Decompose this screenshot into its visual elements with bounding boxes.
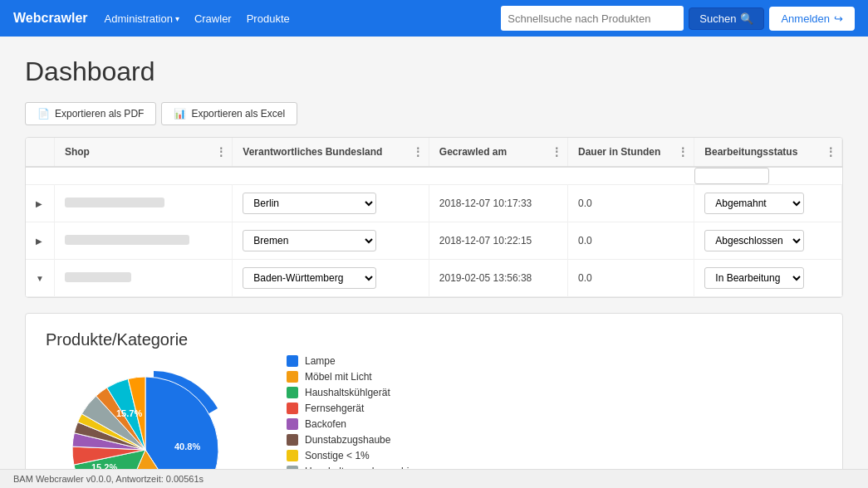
shop-cell-1	[54, 185, 232, 222]
bundesland-select-2[interactable]: Bremen Berlin Baden-Württemberg	[243, 230, 376, 251]
expand-arrow-2[interactable]: ▶	[36, 237, 42, 246]
excel-icon: 📊	[174, 108, 186, 120]
legend-item-fernseh: Fernsehgerät	[287, 403, 420, 414]
navbar: Webcrawler Administration ▾ Crawler Prod…	[0, 0, 868, 37]
pie-label-lampe: 40.8%	[174, 442, 200, 451]
col-gecrawled: Gecrawled am ⋮	[429, 138, 567, 167]
footer: BAM Webcrawler v0.0.0, Antwortzeit: 0.00…	[0, 469, 868, 488]
table-row: ▶ Bremen Berlin Baden-Württemberg	[26, 222, 842, 260]
col-expand	[26, 138, 54, 167]
table-row: ▶ Berlin Bremen Baden-Württemberg	[26, 185, 842, 222]
col-dauer: Dauer in Stunden ⋮	[567, 138, 694, 167]
status-cell-3: Abgemahnt Abgeschlossen In Bearbeitung O…	[694, 260, 842, 297]
search-icon: 🔍	[740, 12, 753, 25]
bundesland-select-1[interactable]: Berlin Bremen Baden-Württemberg	[243, 193, 376, 214]
col-menu-status[interactable]: ⋮	[825, 145, 836, 159]
page-content: Dashboard 📄 Exportieren als PDF 📊 Export…	[0, 37, 868, 488]
legend-color-sonstige	[287, 450, 298, 461]
legend-item-haushalt: Haushaltskühlgerät	[287, 387, 420, 398]
shop-cell-3	[54, 260, 232, 297]
login-icon: ↪	[834, 12, 843, 25]
legend-color-fernseh	[287, 403, 298, 414]
status-select-2[interactable]: Abgemahnt Abgeschlossen In Bearbeitung O…	[704, 230, 804, 251]
bundesland-cell-2: Bremen Berlin Baden-Württemberg	[233, 222, 429, 260]
status-select-1[interactable]: Abgemahnt Abgeschlossen In Bearbeitung O…	[704, 193, 804, 214]
search-input[interactable]	[501, 6, 684, 31]
search-bar: Suchen 🔍 Anmelden ↪	[501, 6, 855, 31]
expand-arrow-1[interactable]: ▶	[36, 199, 42, 208]
nav-link-crawler[interactable]: Crawler	[194, 12, 232, 25]
status-filter-input[interactable]	[694, 168, 769, 184]
legend-color-haushalt	[287, 387, 298, 398]
legend-item-lampe: Lampe	[287, 355, 420, 367]
shop-name-blur-2	[65, 235, 189, 245]
data-table: Shop ⋮ Verantwortliches Bundesland ⋮ Gec…	[25, 137, 843, 298]
legend-item-backofen: Backofen	[287, 418, 420, 430]
chevron-down-icon: ▾	[175, 14, 179, 23]
brand-logo: Webcrawler	[13, 11, 88, 26]
col-menu-bundesland[interactable]: ⋮	[412, 145, 424, 159]
shop-cell-2	[54, 222, 232, 260]
chart-title: Produkte/Kategorie	[46, 330, 262, 349]
legend-color-dunst	[287, 434, 298, 446]
search-button[interactable]: Suchen 🔍	[689, 7, 764, 30]
nav-link-produkte[interactable]: Produkte	[247, 12, 290, 25]
col-shop: Shop ⋮	[54, 138, 232, 167]
bundesland-cell-1: Berlin Bremen Baden-Württemberg	[233, 185, 429, 222]
expand-cell-1[interactable]: ▶	[26, 185, 54, 222]
dauer-cell-1: 0.0	[567, 185, 694, 222]
login-button[interactable]: Anmelden ↪	[769, 7, 855, 31]
dauer-cell-2: 0.0	[567, 222, 694, 260]
col-menu-shop[interactable]: ⋮	[215, 145, 227, 159]
chart-left: Produkte/Kategorie 40.8% 15.7% 15.2%	[46, 330, 262, 488]
gecrawled-cell-2: 2018-12-07 10:22:15	[429, 222, 567, 260]
legend-item-sonstige: Sonstige < 1%	[287, 450, 420, 461]
bundesland-select-3[interactable]: Baden-Württemberg Berlin Bremen	[243, 267, 376, 289]
status-select-3[interactable]: Abgemahnt Abgeschlossen In Bearbeitung O…	[704, 267, 804, 289]
table-row: ▼ Baden-Württemberg Berlin Bremen	[26, 260, 842, 297]
legend-item-dunst: Dunstabzugshaube	[287, 434, 420, 446]
expand-arrow-3[interactable]: ▼	[36, 274, 44, 283]
expand-cell-3[interactable]: ▼	[26, 260, 54, 297]
status-cell-1: Abgemahnt Abgeschlossen In Bearbeitung O…	[694, 185, 842, 222]
col-bundesland: Verantwortliches Bundesland ⋮	[233, 138, 429, 167]
chart-section: Produkte/Kategorie 40.8% 15.7% 15.2% La	[25, 313, 843, 488]
page-title: Dashboard	[25, 56, 843, 87]
col-menu-gecrawled[interactable]: ⋮	[551, 145, 562, 159]
status-cell-2: Abgemahnt Abgeschlossen In Bearbeitung O…	[694, 222, 842, 260]
pdf-icon: 📄	[37, 108, 50, 120]
nav-link-administration[interactable]: Administration ▾	[105, 12, 179, 25]
gecrawled-cell-1: 2018-12-07 10:17:33	[429, 185, 567, 222]
expand-cell-2[interactable]: ▶	[26, 222, 54, 260]
export-pdf-button[interactable]: 📄 Exportieren als PDF	[25, 102, 156, 125]
shop-name-blur-3	[65, 272, 131, 282]
chart-legend: Lampe Möbel mit Licht Haushaltskühlgerät…	[287, 355, 420, 488]
legend-color-lampe	[287, 355, 298, 367]
gecrawled-cell-3: 2019-02-05 13:56:38	[429, 260, 567, 297]
export-excel-button[interactable]: 📊 Exportieren als Excel	[161, 102, 297, 125]
export-bar: 📄 Exportieren als PDF 📊 Exportieren als …	[25, 102, 843, 125]
legend-item-mobel: Möbel mit Licht	[287, 371, 420, 383]
legend-color-backofen	[287, 418, 298, 430]
legend-color-mobel	[287, 371, 298, 383]
bundesland-cell-3: Baden-Württemberg Berlin Bremen	[233, 260, 429, 297]
shop-name-blur-1	[65, 198, 164, 207]
pie-label-mobel: 15.7%	[116, 408, 142, 418]
col-menu-dauer[interactable]: ⋮	[677, 145, 689, 159]
nav-links: Administration ▾ Crawler Produkte	[105, 12, 485, 25]
dauer-cell-3: 0.0	[567, 260, 694, 297]
col-status: Bearbeitungsstatus ⋮	[694, 138, 842, 167]
